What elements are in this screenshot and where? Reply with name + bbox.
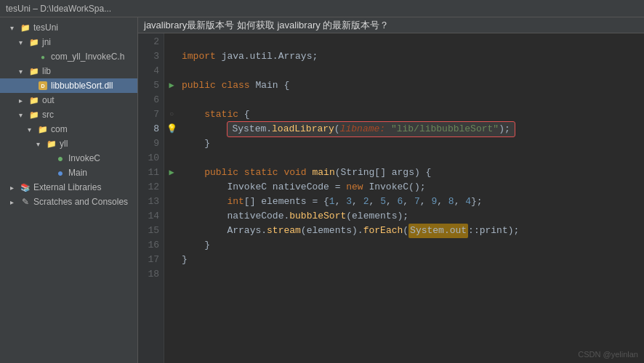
editor-area: javalibrary最新版本号 如何获取 javalibrary 的最新版本号… — [138, 17, 644, 363]
sidebar-item-src[interactable]: 📁 src — [0, 107, 137, 122]
code-line-15: Arrays. stream (elements). forEach ( Sys… — [182, 224, 644, 238]
line-num-13: 13 — [142, 195, 159, 209]
code-plain: { — [238, 107, 250, 122]
native-code-ref: nativeCode. — [227, 209, 289, 224]
sidebar-item-main[interactable]: Main — [0, 166, 137, 180]
spacer-icon — [41, 152, 52, 164]
paren-open2: ( — [403, 224, 408, 238]
code-line-11: public static void main ( String[] args … — [182, 166, 644, 180]
scratches-icon — [20, 196, 31, 208]
gutter-7-circle[interactable]: ○ — [164, 107, 179, 122]
comma: , — [352, 195, 363, 209]
sidebar-item-out[interactable]: 📁 out — [0, 93, 137, 107]
num-7: 7 — [414, 195, 420, 209]
sidebar-item-tesuni[interactable]: 📁 tesUni — [0, 20, 137, 35]
code-area[interactable]: 2 3 4 5 6 7 8 9 10 11 12 13 14 15 16 17 … — [138, 33, 644, 363]
paren-open: ( — [334, 122, 340, 136]
paren-close: ); — [499, 122, 510, 136]
sidebar-item-libbubbleSort[interactable]: D libbubbleSort.dll — [0, 78, 137, 93]
line-num-10: 10 — [142, 151, 159, 166]
folder-icon: 📁 — [28, 94, 40, 106]
sidebar-item-lib[interactable]: 📁 lib — [0, 64, 137, 78]
num-9: 9 — [431, 195, 437, 209]
sidebar-item-external-libraries[interactable]: 📚 External Libraries — [0, 180, 137, 195]
spacer-icon — [23, 51, 35, 62]
gutter-5-run[interactable]: ▶ — [164, 78, 179, 93]
space — [363, 180, 369, 195]
watermark-text: CSDN @yelinlan — [578, 350, 638, 359]
line-num-8: 8 — [142, 122, 159, 136]
code-line-5: public class Main { — [182, 78, 644, 93]
code-indent — [182, 209, 227, 224]
dll-icon: D — [37, 80, 49, 91]
close-arr: }; — [471, 195, 483, 209]
sidebar-label-tesuni: tesUni — [33, 23, 58, 33]
sidebar-label-jni: jni — [42, 37, 51, 47]
code-indent — [182, 136, 204, 151]
sidebar-item-jni[interactable]: 📁 jni — [0, 35, 137, 49]
sidebar-item-scratches[interactable]: Scratches and Consoles — [0, 195, 137, 209]
method-ref: ::print); — [468, 224, 519, 238]
type-invokeC: InvokeC — [227, 180, 267, 195]
code-line-12: InvokeC nativeCode = new InvokeC (); — [182, 180, 644, 195]
comma: , — [335, 195, 347, 209]
line-num-16: 16 — [142, 238, 159, 253]
paren-close2: ) { — [414, 166, 431, 180]
comma: , — [386, 195, 398, 209]
param-type: String[] — [341, 166, 386, 180]
code-indent — [182, 166, 204, 180]
gutter-16 — [164, 238, 179, 253]
method-loadlibrary: loadLibrary — [272, 122, 334, 136]
code-line-9: } — [182, 136, 644, 151]
keyword-new: new — [346, 180, 363, 195]
sidebar-label-main: Main — [68, 168, 87, 178]
gutter-15 — [164, 224, 179, 238]
line-num-4: 4 — [142, 64, 159, 78]
sidebar-item-invokeC-h[interactable]: ● com_yll_InvokeC.h — [0, 49, 137, 64]
space — [278, 166, 284, 180]
gutter-11-run[interactable]: ▶ — [164, 166, 179, 180]
line-num-2: 2 — [142, 35, 159, 49]
sidebar-item-com[interactable]: 📁 com — [0, 122, 137, 136]
code-plain — [250, 78, 256, 93]
line-num-11: 11 — [142, 166, 159, 180]
chevron-down-icon — [32, 138, 44, 150]
code-line-7: static { — [182, 107, 644, 122]
gutter-17 — [164, 253, 179, 267]
line-num-17: 17 — [142, 253, 159, 267]
code-line-16: } — [182, 238, 644, 253]
code-line-14: nativeCode. bubbleSort (elements); — [182, 209, 644, 224]
code-line-17: } — [182, 253, 644, 267]
keyword-static: static — [244, 166, 278, 180]
space — [386, 166, 392, 180]
folder-icon: 📁 — [20, 22, 31, 33]
sidebar: 📁 tesUni 📁 jni ● com_yll_InvokeC.h 📁 lib… — [0, 17, 138, 363]
line-num-3: 3 — [142, 49, 159, 64]
spacer-icon — [23, 80, 35, 91]
call-args: (elements); — [346, 209, 408, 224]
gutter-13 — [164, 195, 179, 209]
sidebar-item-yll[interactable]: 📁 yll — [0, 136, 137, 151]
editor-title: javalibrary最新版本号 如何获取 javalibrary 的最新版本号… — [144, 19, 389, 32]
code-content[interactable]: import java.util.Arrays; public class Ma… — [179, 33, 644, 363]
type-invokeC2: InvokeC — [369, 180, 408, 195]
paren-call: (); — [408, 180, 425, 195]
num-1: 1 — [329, 195, 335, 209]
sidebar-label-ext-lib: External Libraries — [33, 182, 101, 192]
close-brace: } — [204, 136, 210, 151]
gutter-8-warn[interactable]: 💡 — [164, 122, 179, 136]
gutter-10 — [164, 151, 179, 166]
keyword-static: static — [204, 107, 238, 122]
chevron-right-icon — [6, 182, 17, 193]
comma: , — [454, 195, 466, 209]
arrays-ref: Arrays. — [227, 224, 267, 238]
java-green-icon — [55, 152, 66, 164]
line-num-12: 12 — [142, 180, 159, 195]
num-4: 4 — [465, 195, 471, 209]
gutter-12 — [164, 180, 179, 195]
method-foreach: forEach — [363, 224, 403, 238]
sidebar-label-out: out — [42, 95, 55, 105]
chevron-down-icon — [15, 109, 26, 121]
system-class: System. — [232, 122, 272, 136]
sidebar-item-invokeC[interactable]: InvokeC — [0, 151, 137, 166]
